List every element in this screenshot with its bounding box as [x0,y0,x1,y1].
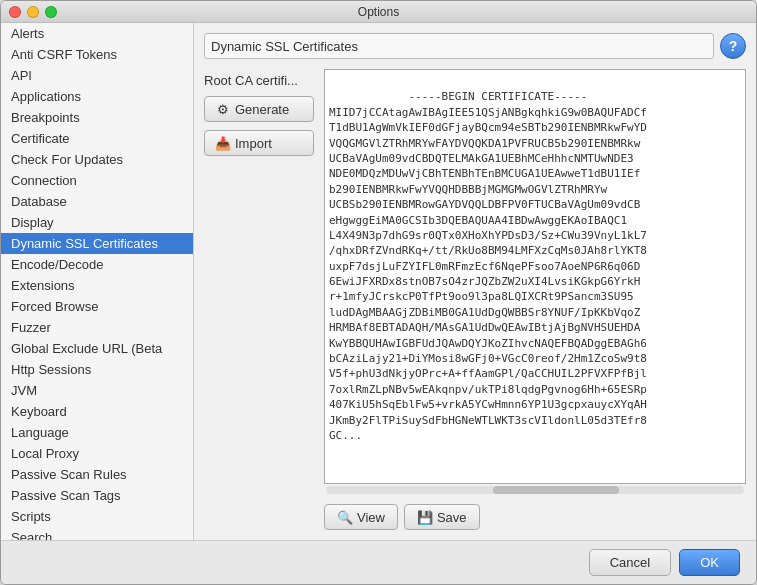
generate-button[interactable]: ⚙ Generate [204,96,314,122]
cert-label: Root CA certifi... [204,69,314,88]
sidebar-item[interactable]: Anti CSRF Tokens [1,44,193,65]
cert-content: -----BEGIN CERTIFICATE----- MIID7jCCAtag… [329,90,647,442]
sidebar-item[interactable]: JVM [1,380,193,401]
content-title [204,33,714,59]
sidebar-item[interactable]: Encode/Decode [1,254,193,275]
import-label: Import [235,136,272,151]
scroll-thumb[interactable] [493,486,618,494]
main-content: AlertsAnti CSRF TokensAPIApplicationsBre… [1,23,756,540]
sidebar-item[interactable]: Global Exclude URL (Beta [1,338,193,359]
sidebar-item[interactable]: Passive Scan Rules [1,464,193,485]
view-button[interactable]: 🔍 View [324,504,398,530]
sidebar-item[interactable]: Extensions [1,275,193,296]
horizontal-scrollbar[interactable] [324,484,746,496]
save-icon: 💾 [417,509,433,525]
sidebar-item[interactable]: Check For Updates [1,149,193,170]
content-header: ? [204,33,746,59]
sidebar-item[interactable]: Certificate [1,128,193,149]
content-area: ? Root CA certifi... ⚙ Generate 📥 Import [194,23,756,540]
generate-label: Generate [235,102,289,117]
options-window: Options AlertsAnti CSRF TokensAPIApplica… [0,0,757,585]
save-label: Save [437,510,467,525]
sidebar-item[interactable]: Connection [1,170,193,191]
sidebar-item[interactable]: Display [1,212,193,233]
certificate-section: Root CA certifi... ⚙ Generate 📥 Import -… [204,69,746,530]
scroll-track [326,486,744,494]
help-icon: ? [729,38,738,54]
footer: Cancel OK [1,540,756,584]
sidebar-item[interactable]: Applications [1,86,193,107]
import-icon: 📥 [215,135,231,151]
window-controls [9,6,57,18]
window-title: Options [358,5,399,19]
sidebar-item[interactable]: Dynamic SSL Certificates [1,233,193,254]
sidebar-item[interactable]: Fuzzer [1,317,193,338]
sidebar-item[interactable]: Language [1,422,193,443]
close-button[interactable] [9,6,21,18]
import-button[interactable]: 📥 Import [204,130,314,156]
sidebar-item[interactable]: Database [1,191,193,212]
view-label: View [357,510,385,525]
gear-icon: ⚙ [215,101,231,117]
help-button[interactable]: ? [720,33,746,59]
view-icon: 🔍 [337,509,353,525]
maximize-button[interactable] [45,6,57,18]
title-bar: Options [1,1,756,23]
sidebar-item[interactable]: Search [1,527,193,540]
action-buttons: 🔍 View 💾 Save [324,504,746,530]
sidebar: AlertsAnti CSRF TokensAPIApplicationsBre… [1,23,194,540]
sidebar-item[interactable]: Scripts [1,506,193,527]
cancel-button[interactable]: Cancel [589,549,671,576]
sidebar-item[interactable]: API [1,65,193,86]
certificate-textarea[interactable]: -----BEGIN CERTIFICATE----- MIID7jCCAtag… [324,69,746,484]
cert-controls: Root CA certifi... ⚙ Generate 📥 Import [204,69,314,530]
minimize-button[interactable] [27,6,39,18]
sidebar-item[interactable]: Forced Browse [1,296,193,317]
save-button[interactable]: 💾 Save [404,504,480,530]
sidebar-item[interactable]: Keyboard [1,401,193,422]
sidebar-item[interactable]: Http Sessions [1,359,193,380]
ok-button[interactable]: OK [679,549,740,576]
sidebar-item[interactable]: Breakpoints [1,107,193,128]
sidebar-item[interactable]: Alerts [1,23,193,44]
sidebar-item[interactable]: Local Proxy [1,443,193,464]
sidebar-item[interactable]: Passive Scan Tags [1,485,193,506]
